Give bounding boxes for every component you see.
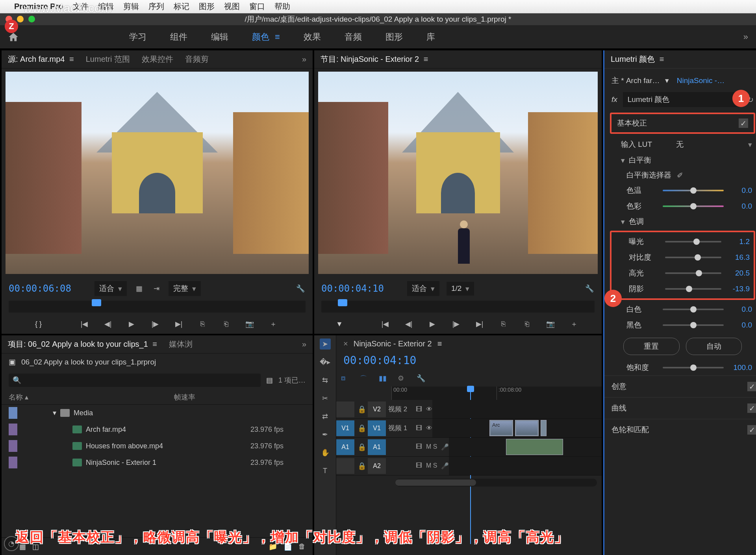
step-back-icon[interactable]: ◀| bbox=[403, 318, 415, 330]
panel-menu-icon[interactable]: ≡ bbox=[437, 339, 442, 348]
menu-help[interactable]: 帮助 bbox=[274, 1, 290, 12]
timeline-scrollbar[interactable] bbox=[395, 479, 597, 487]
reset-button[interactable]: 重置 bbox=[623, 338, 680, 355]
whites-slider[interactable] bbox=[663, 309, 724, 310]
add-button-icon[interactable]: ＋ bbox=[568, 318, 580, 330]
marker-icon[interactable]: ▮▮ bbox=[379, 374, 388, 383]
temp-value[interactable]: 0.0 bbox=[728, 186, 752, 195]
highlights-value[interactable]: 20.5 bbox=[726, 269, 750, 278]
razor-tool-icon[interactable]: ✂ bbox=[320, 393, 331, 404]
lumetri-sequence-link[interactable]: NinjaSonic -… bbox=[677, 76, 724, 85]
tab-media-browser[interactable]: 媒体浏 bbox=[169, 339, 193, 350]
exposure-slider[interactable] bbox=[665, 241, 721, 242]
timeline-clip[interactable]: Arc bbox=[489, 420, 513, 436]
highlights-slider[interactable] bbox=[665, 272, 721, 274]
mute-icon[interactable]: 🎞 bbox=[416, 443, 422, 451]
timeline-clip[interactable] bbox=[515, 420, 539, 436]
mute-icon[interactable]: 🎞 bbox=[416, 462, 422, 470]
twirl-icon[interactable]: ▾ bbox=[621, 156, 625, 165]
step-fwd-icon[interactable]: |▶ bbox=[149, 318, 161, 330]
lumetri-fx-name[interactable]: Lumetri 颜色 1 bbox=[623, 92, 742, 107]
source-marker-jump-icon[interactable]: ⇥ bbox=[151, 284, 161, 293]
v2-target[interactable]: V2 bbox=[368, 401, 386, 417]
tab-lumetri-scopes[interactable]: Lumetri 范围 bbox=[86, 54, 130, 65]
panel-menu-icon[interactable]: ≡ bbox=[152, 340, 157, 348]
menu-view[interactable]: 视图 bbox=[224, 1, 240, 12]
exposure-value[interactable]: 1.2 bbox=[726, 237, 750, 246]
contrast-slider[interactable] bbox=[665, 257, 721, 258]
workspace-overflow-icon[interactable]: » bbox=[743, 32, 748, 42]
lift-icon[interactable]: ⎘ bbox=[497, 318, 509, 330]
type-tool-icon[interactable]: T bbox=[320, 465, 331, 476]
timeline-timecode[interactable]: 00:00:04:10 bbox=[336, 352, 602, 371]
ws-library[interactable]: 库 bbox=[426, 31, 435, 43]
project-row-folder[interactable]: ▾ Media bbox=[2, 405, 313, 421]
source-preview[interactable] bbox=[6, 72, 309, 274]
add-button-icon[interactable]: ＋ bbox=[267, 318, 279, 330]
selection-tool-icon[interactable]: ➤ bbox=[320, 339, 331, 350]
track-select-tool-icon[interactable]: �▸ bbox=[320, 357, 331, 368]
go-in-icon[interactable]: |◀ bbox=[78, 318, 90, 330]
panel-menu-icon[interactable]: ≡ bbox=[69, 55, 74, 63]
insert-icon[interactable]: ⎘ bbox=[196, 318, 208, 330]
ws-assembly[interactable]: 组件 bbox=[170, 31, 187, 43]
wheels-accordion[interactable]: 色轮和匹配✓ bbox=[604, 419, 756, 440]
v1-source-patch[interactable]: V1 bbox=[336, 420, 354, 436]
program-scrub-bar[interactable] bbox=[321, 301, 595, 313]
minimize-window-button[interactable] bbox=[17, 16, 24, 22]
toggle-output-icon[interactable]: 🎞 bbox=[416, 406, 422, 413]
tabs-overflow-icon[interactable]: » bbox=[302, 340, 306, 349]
program-wrench-icon[interactable]: 🔧 bbox=[584, 284, 595, 293]
menu-graphics[interactable]: 图形 bbox=[199, 1, 215, 12]
mark-in-out-icon[interactable]: { } bbox=[35, 320, 67, 328]
creative-accordion[interactable]: 创意✓ bbox=[604, 376, 756, 397]
input-lut-select[interactable]: 无 bbox=[676, 139, 684, 150]
lock-icon[interactable]: 🔒 bbox=[356, 405, 368, 414]
lock-icon[interactable]: 🔒 bbox=[356, 443, 368, 451]
temp-slider[interactable] bbox=[663, 190, 724, 191]
saturation-slider[interactable] bbox=[663, 367, 724, 368]
eyedropper-icon[interactable]: ✐ bbox=[677, 171, 683, 180]
fx-badge-icon[interactable]: fx bbox=[611, 95, 617, 104]
project-search-input[interactable]: 🔍 bbox=[9, 374, 261, 387]
basic-correction-section[interactable]: 基本校正 ✓ bbox=[610, 113, 755, 134]
timeline-ruler[interactable]: 00:00:00:08:00 bbox=[391, 387, 602, 400]
mic-icon[interactable]: 🎤 bbox=[441, 443, 449, 451]
auto-button[interactable]: 自动 bbox=[686, 338, 742, 355]
blacks-value[interactable]: 0.0 bbox=[728, 321, 752, 329]
source-res-select[interactable]: 完整▾ bbox=[169, 281, 201, 296]
eye-icon[interactable]: 👁 bbox=[426, 425, 432, 432]
lumetri-clip-select[interactable]: 主 * Arch far… ▾ bbox=[611, 76, 672, 86]
step-fwd-icon[interactable]: |▶ bbox=[450, 318, 462, 330]
dropdown-icon[interactable]: ▾ bbox=[748, 140, 752, 149]
close-sequence-icon[interactable]: × bbox=[343, 339, 348, 348]
eye-icon[interactable]: 👁 bbox=[426, 406, 432, 413]
project-row-clip[interactable]: Houses from above.mp423.976 fps bbox=[2, 438, 313, 454]
ws-editing[interactable]: 编辑 bbox=[211, 31, 228, 43]
source-fit-select[interactable]: 适合▾ bbox=[94, 281, 127, 296]
sequence-name[interactable]: NinjaSonic - Exterior 2 bbox=[354, 339, 432, 348]
v1-target[interactable]: V1 bbox=[368, 420, 386, 436]
wrench-icon[interactable]: 🔧 bbox=[417, 374, 426, 383]
panel-menu-icon[interactable]: ≡ bbox=[424, 55, 428, 63]
ws-effects[interactable]: 效果 bbox=[304, 31, 321, 43]
source-scrub-bar[interactable] bbox=[9, 301, 306, 313]
lock-icon[interactable]: 🔒 bbox=[356, 424, 368, 433]
ws-audio[interactable]: 音频 bbox=[345, 31, 362, 43]
col-fps-header[interactable]: 帧速率 bbox=[174, 392, 195, 402]
export-frame-icon[interactable]: 📷 bbox=[244, 318, 256, 330]
a1-target[interactable]: A1 bbox=[368, 439, 386, 455]
blacks-slider[interactable] bbox=[663, 324, 724, 326]
home-icon[interactable] bbox=[8, 31, 19, 43]
panel-menu-icon[interactable]: ≡ bbox=[660, 55, 664, 63]
play-icon[interactable]: ▶ bbox=[126, 318, 137, 330]
slip-tool-icon[interactable]: ⇄ bbox=[320, 411, 331, 422]
linked-selection-icon[interactable]: ⌒ bbox=[360, 374, 369, 383]
source-wrench-icon[interactable]: 🔧 bbox=[295, 284, 306, 293]
extract-icon[interactable]: ⎗ bbox=[521, 318, 533, 330]
project-row-clip[interactable]: Arch far.mp423.976 fps bbox=[2, 421, 313, 438]
program-timecode[interactable]: 00:00:04:10 bbox=[321, 283, 400, 294]
timeline-audio-clip[interactable] bbox=[506, 439, 563, 455]
program-preview[interactable] bbox=[318, 72, 598, 274]
bin-icon[interactable]: ▣ bbox=[9, 357, 16, 366]
